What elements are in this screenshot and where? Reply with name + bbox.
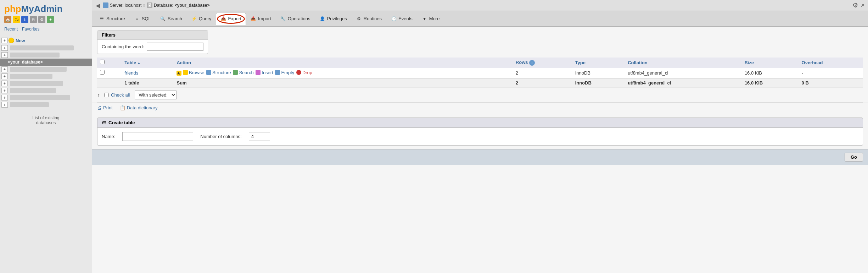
containing-label: Containing the word: (102, 44, 144, 49)
table-area: Table Action Rows i Type Collation Size … (92, 58, 868, 88)
empty-row-icon (275, 70, 280, 75)
expand-icon[interactable]: + (1, 38, 8, 43)
table-name-input[interactable] (122, 132, 193, 141)
rows-count: 2 (513, 68, 572, 78)
home-icon[interactable]: 🏠 (4, 16, 11, 23)
tab-query[interactable]: ⚡ Query (187, 13, 216, 25)
favorites-link[interactable]: Favorites (22, 27, 39, 32)
check-all-checkbox[interactable] (104, 93, 109, 97)
row-checkbox[interactable] (100, 70, 105, 75)
tab-structure[interactable]: ☰ Structure (94, 13, 130, 25)
filters-title: Filters (97, 31, 208, 40)
col-collation[interactable]: Collation (625, 58, 742, 68)
selected-db-label: <your_database> (8, 60, 43, 65)
with-selected-select[interactable]: With selected: Browse Drop Empty Check t… (135, 91, 177, 99)
recent-link[interactable]: Recent (4, 27, 18, 32)
table-name-link[interactable]: friends (124, 70, 138, 76)
tab-sql[interactable]: ≡ SQL (130, 13, 156, 25)
db-icon2: 🗄 (147, 2, 152, 8)
col-rows[interactable]: Rows i (513, 58, 572, 68)
breadcrumb-bar: ◀ Server: localhost » 🗄 Database: <your_… (92, 0, 868, 11)
tab-operations[interactable]: 🔧 Operations (276, 13, 315, 25)
tab-more[interactable]: ▼ More (417, 13, 444, 25)
tab-routines[interactable]: ⚙ Routines (352, 13, 386, 25)
create-table-body: Name: Number of columns: (97, 128, 863, 146)
search-row-icon (233, 70, 238, 75)
tab-import[interactable]: 📥 Import (246, 13, 276, 25)
back-button[interactable]: ◀ (96, 2, 100, 9)
data-dict-icon: 📋 (120, 105, 125, 110)
tab-more-label: More (429, 16, 440, 21)
data-dict-label: Data dictionary (127, 105, 158, 110)
sidebar-item-new[interactable]: + New (0, 37, 92, 44)
tab-privileges[interactable]: 👤 Privileges (315, 13, 351, 25)
check-all-link[interactable]: Check all (111, 92, 130, 98)
sum-type: InnoDB (572, 78, 625, 88)
tab-routines-label: Routines (364, 16, 382, 21)
db-icon (9, 38, 14, 43)
print-icon: 🖨 (97, 105, 102, 110)
structure-link[interactable]: Structure (206, 70, 231, 75)
tab-search[interactable]: 🔍 Search (156, 13, 187, 25)
overhead-cell: - (799, 68, 863, 78)
tab-structure-label: Structure (106, 16, 125, 21)
sidebar-row-2: + (0, 51, 92, 59)
export-icon: 📤 (220, 16, 226, 22)
external-icon[interactable]: ↗ (860, 2, 864, 8)
create-table-title-bar: 🗃 Create table (97, 118, 863, 128)
server-icon (103, 2, 108, 8)
sum-size: 16.0 KiB (742, 78, 799, 88)
containing-input[interactable] (147, 43, 203, 51)
empty-link[interactable]: Empty (275, 70, 294, 75)
sidebar-row-7: + (0, 94, 92, 101)
size-cell: 16.0 KiB (742, 68, 799, 78)
privileges-icon: 👤 (319, 16, 325, 22)
routines-icon: ⚙ (356, 16, 362, 22)
browse-link[interactable]: Browse (183, 70, 204, 75)
sidebar-row-3: + (0, 66, 92, 73)
tab-events[interactable]: 🕐 Events (386, 13, 417, 25)
bottom-controls: ↑ Check all With selected: Browse Drop E… (92, 88, 868, 102)
col-type[interactable]: Type (572, 58, 625, 68)
with-selected-area: With selected: Browse Drop Empty Check t… (135, 91, 177, 99)
col-checkbox (97, 58, 122, 68)
col-overhead[interactable]: Overhead (799, 58, 863, 68)
query-icon: ⚡ (191, 16, 197, 22)
go-button[interactable]: Go (845, 153, 863, 162)
up-arrow-icon: ↑ (97, 92, 100, 98)
columns-label: Number of columns: (200, 134, 241, 139)
sum-row: 1 table Sum 2 InnoDB utf8mb4_general_ci … (97, 78, 863, 88)
tab-import-label: Import (258, 16, 271, 21)
print-link[interactable]: 🖨 Print (97, 105, 113, 110)
db-table: Table Action Rows i Type Collation Size … (97, 58, 863, 88)
create-table-icon: 🗃 (102, 120, 106, 125)
tab-export[interactable]: 📤 Export (216, 13, 246, 25)
type-cell: InnoDB (572, 68, 625, 78)
folder-icon[interactable]: 🗂 (13, 16, 20, 23)
columns-input[interactable] (249, 132, 270, 141)
data-dict-link[interactable]: 📋 Data dictionary (120, 105, 158, 110)
new-label[interactable]: New (16, 38, 25, 43)
select-all-checkbox[interactable] (100, 60, 105, 64)
settings-icon[interactable]: ⚙ (852, 1, 858, 9)
copy-icon[interactable]: ⎘ (30, 16, 37, 23)
go-area: Go (92, 149, 868, 165)
import-icon: 📥 (251, 16, 256, 22)
col-action: Action (174, 58, 513, 68)
col-size[interactable]: Size (742, 58, 799, 68)
gear-icon[interactable]: ⚙ (38, 16, 45, 23)
col-table[interactable]: Table (122, 58, 174, 68)
insert-link[interactable]: Insert (256, 70, 273, 75)
info-icon[interactable]: ℹ (21, 16, 28, 23)
drop-link[interactable]: Drop (296, 70, 312, 75)
collation-cell: utf8mb4_general_ci (625, 68, 742, 78)
list-databases-text: List of existing databases (0, 108, 92, 132)
green-icon[interactable]: ✦ (47, 16, 54, 23)
sidebar-item-your-database[interactable]: <your_database> (0, 59, 92, 66)
filters-box: Filters Containing the word: (97, 30, 208, 54)
tab-sql-label: SQL (142, 16, 151, 21)
rows-info-icon[interactable]: i (529, 60, 535, 66)
server-label: Server: localhost (110, 3, 141, 8)
sidebar-row-4: + (0, 73, 92, 80)
search-link[interactable]: Search (233, 70, 253, 75)
